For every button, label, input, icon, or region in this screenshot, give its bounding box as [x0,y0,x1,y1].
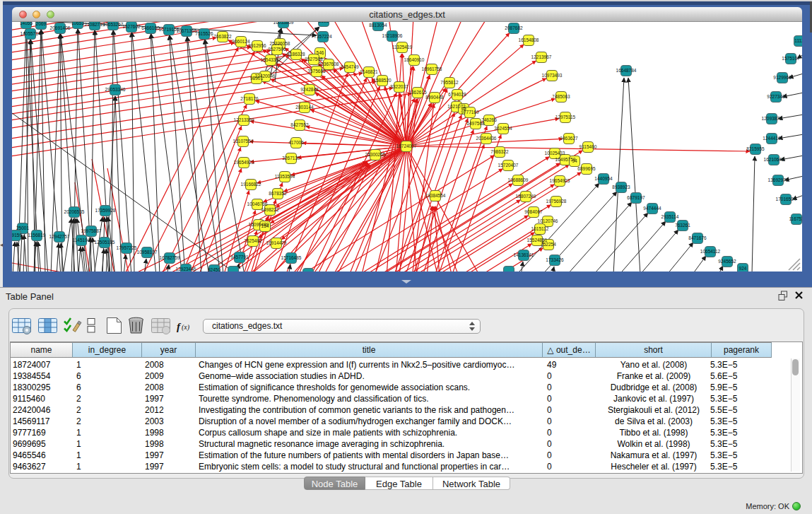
svg-text:16648784: 16648784 [616,68,637,73]
svg-text:9777169: 9777169 [461,110,479,115]
svg-text:1156819: 1156819 [28,233,46,238]
svg-text:1362615: 1362615 [408,90,427,95]
svg-text:1575107: 1575107 [782,56,800,61]
svg-text:2718176: 2718176 [240,96,259,101]
svg-text:8215955: 8215955 [746,146,765,151]
svg-text:19654923: 19654923 [550,178,570,183]
svg-text:18724007: 18724007 [396,144,417,148]
svg-text:16210643: 16210643 [764,157,784,162]
svg-text:9242848: 9242848 [300,87,319,92]
svg-text:8938923: 8938923 [612,185,630,189]
svg-text:116753: 116753 [789,216,802,221]
svg-text:19756928: 19756928 [546,199,567,204]
svg-text:9457791: 9457791 [230,255,249,259]
svg-text:16914479: 16914479 [266,240,287,245]
svg-text:8471676: 8471676 [688,235,707,240]
svg-text:16782759: 16782759 [160,255,180,260]
svg-text:8990448: 8990448 [425,95,444,100]
svg-text:1244419: 1244419 [763,136,781,141]
svg-text:10688609: 10688609 [508,177,529,182]
svg-text:1615112: 1615112 [531,226,549,231]
svg-text:10653: 10653 [71,22,84,25]
svg-text:25001: 25001 [16,226,29,230]
svg-text:9527508: 9527508 [305,57,323,62]
svg-text:9463627: 9463627 [560,136,578,141]
svg-text:19166822: 19166822 [241,182,261,187]
svg-text:12505185: 12505185 [95,240,115,245]
svg-text:(x): (x) [182,323,190,332]
svg-text:417006: 417006 [288,140,304,145]
svg-text:17359928: 17359928 [95,208,116,213]
svg-text:11353594: 11353594 [275,174,295,179]
svg-text:252254: 252254 [541,242,556,247]
svg-text:20367608: 20367608 [319,62,339,66]
svg-text:8813: 8813 [319,22,329,23]
svg-text:16961758: 16961758 [422,66,442,71]
svg-text:6879197: 6879197 [627,195,645,200]
svg-text:10958107: 10958107 [137,250,158,255]
svg-text:14055714: 14055714 [20,31,41,36]
svg-text:9084067: 9084067 [524,209,543,214]
svg-text:6899695: 6899695 [577,166,596,171]
svg-text:924: 924 [739,266,747,271]
svg-text:19975887: 19975887 [81,228,102,233]
svg-text:20206535: 20206535 [64,209,85,214]
svg-text:16107554: 16107554 [233,139,254,144]
svg-text:15716485: 15716485 [281,255,302,260]
svg-text:16154808: 16154808 [519,37,539,42]
svg-text:7485063: 7485063 [552,94,570,99]
svg-text:8813054: 8813054 [369,23,387,28]
svg-text:8678352: 8678352 [269,191,287,196]
svg-text:12213369: 12213369 [234,117,254,122]
svg-text:1112: 1112 [794,38,802,43]
svg-text:1145194: 1145194 [73,238,90,243]
svg-text:10654112: 10654112 [700,249,721,254]
svg-text:7663822: 7663822 [213,34,232,39]
svg-text:746266: 746266 [481,117,497,122]
svg-text:10120746: 10120746 [538,218,558,223]
svg-text:3267130: 3267130 [282,156,300,160]
svg-text:25300265: 25300265 [365,152,386,157]
svg-text:25226058: 25226058 [270,41,290,46]
svg-text:9227343: 9227343 [767,94,785,99]
svg-text:21082719: 21082719 [85,22,105,27]
svg-text:9660124: 9660124 [232,39,250,44]
svg-text:2087682: 2087682 [505,25,523,30]
svg-text:763261: 763261 [675,223,690,228]
svg-text:9115460: 9115460 [579,144,597,149]
svg-text:8186328: 8186328 [287,52,305,57]
svg-text:2069: 2069 [36,22,47,26]
svg-text:4498222: 4498222 [261,207,279,212]
svg-text:10653267: 10653267 [103,22,124,27]
svg-text:13692971: 13692971 [768,177,789,182]
svg-text:3575685: 3575685 [307,69,326,74]
svg-text:12923446: 12923446 [176,267,196,271]
svg-text:8912956: 8912956 [248,43,266,48]
svg-text:14136141: 14136141 [514,252,534,257]
svg-text:8454749: 8454749 [341,64,359,69]
svg-text:12942757: 12942757 [49,234,70,239]
svg-text:7625402: 7625402 [244,238,262,243]
svg-text:29053346: 29053346 [105,87,126,92]
svg-text:39159: 39159 [12,233,22,238]
svg-text:8427552: 8427552 [290,122,309,127]
svg-text:17957225: 17957225 [117,245,137,250]
svg-text:7357224: 7357224 [314,34,332,39]
svg-text:2803144: 2803144 [295,105,314,110]
svg-text:9245652: 9245652 [718,259,736,264]
svg-text:8322037: 8322037 [390,84,408,89]
svg-text:15720407: 15720407 [498,163,519,168]
svg-text:18640910: 18640910 [404,57,425,62]
svg-text:6466160: 6466160 [141,25,160,30]
svg-text:7986322: 7986322 [490,149,509,154]
svg-text:12093873: 12093873 [762,116,782,121]
svg-text:19654923: 19654923 [234,160,254,165]
svg-text:12213967: 12213967 [531,54,552,59]
svg-text:546: 546 [317,50,324,55]
svg-text:154: 154 [261,223,269,228]
svg-text:6794028: 6794028 [448,92,466,97]
svg-text:16033809: 16033809 [273,22,294,25]
svg-text:f: f [177,321,182,332]
svg-text:18807249: 18807249 [516,194,536,199]
svg-text:11325419: 11325419 [392,45,413,49]
